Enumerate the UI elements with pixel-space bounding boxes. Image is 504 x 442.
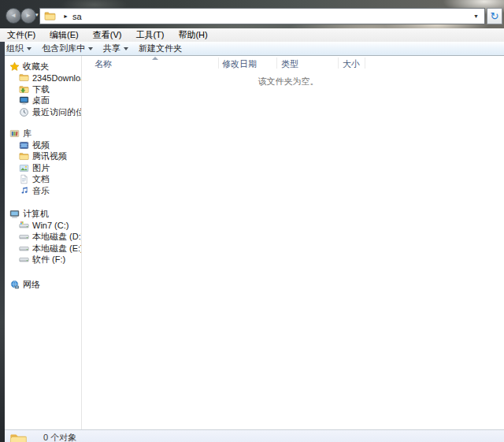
- sidebar-item-pictures[interactable]: 图片: [5, 162, 81, 174]
- sidebar-item-computer[interactable]: 计算机: [5, 209, 81, 221]
- sidebar-item-music[interactable]: 音乐: [5, 185, 81, 197]
- menu-file[interactable]: 文件(F): [0, 28, 43, 42]
- menu-help[interactable]: 帮助(H): [171, 28, 214, 42]
- recent-places-icon: [19, 107, 29, 117]
- chevron-down-icon: [27, 47, 32, 50]
- explorer-window: ◄ ► ▾ ► sa ▼ ↻ 文件(F) 编辑(E) 查看(V) 工具(T) 帮…: [0, 0, 504, 442]
- folder-icon: [44, 10, 56, 22]
- sidebar-item-label: 软件 (F:): [32, 254, 65, 266]
- sidebar-item-label: 图片: [32, 162, 50, 174]
- sidebar-item-libraries[interactable]: 库: [5, 128, 81, 140]
- column-header-type[interactable]: 类型: [281, 58, 298, 70]
- address-dropdown-icon[interactable]: ▼: [473, 13, 480, 19]
- column-divider[interactable]: [338, 58, 339, 69]
- sidebar-item-label: 本地磁盘 (D:): [32, 232, 81, 243]
- include-in-library-button[interactable]: 包含到库中: [42, 43, 93, 54]
- folder-icon: [8, 432, 28, 442]
- back-button[interactable]: ◄: [6, 8, 21, 24]
- details-pane: 0 个对象: [0, 429, 504, 442]
- sidebar-item-videos[interactable]: 视频: [5, 139, 81, 151]
- network-icon: [9, 280, 20, 290]
- column-divider[interactable]: [365, 58, 365, 69]
- sidebar-item-favorites[interactable]: 收藏夹: [5, 61, 81, 72]
- sidebar-item-drive-d[interactable]: 本地磁盘 (D:): [5, 232, 81, 243]
- drive-icon: [19, 254, 29, 265]
- column-header-row: 名称 修改日期 类型 大小: [82, 56, 504, 70]
- sidebar-item-label: 最近访问的位置: [32, 106, 81, 118]
- command-toolbar: 组织 包含到库中 共享 新建文件夹: [0, 42, 504, 56]
- forward-icon: ►: [25, 13, 32, 19]
- new-folder-label: 新建文件夹: [139, 43, 182, 54]
- sidebar-item-network[interactable]: 网络: [5, 279, 81, 291]
- refresh-icon: ↻: [491, 10, 499, 22]
- sidebar-item-label: 收藏夹: [23, 61, 49, 72]
- refresh-button[interactable]: ↻: [487, 8, 502, 24]
- folder-icon: [19, 72, 29, 83]
- sidebar-item-label: 库: [23, 128, 32, 140]
- column-header-name[interactable]: 名称: [94, 58, 112, 70]
- sidebar-item-downloads[interactable]: 下载: [5, 84, 81, 95]
- organize-button[interactable]: 组织: [6, 43, 32, 54]
- organize-label: 组织: [6, 43, 24, 54]
- sidebar-item-label: 2345Downloads: [32, 73, 81, 83]
- computer-icon: [9, 209, 20, 219]
- sidebar-item-label: 文档: [32, 174, 50, 186]
- new-folder-button[interactable]: 新建文件夹: [139, 43, 182, 54]
- drive-icon: [19, 243, 29, 254]
- chevron-down-icon: [88, 47, 93, 50]
- sidebar-item-desktop[interactable]: 桌面: [5, 95, 81, 107]
- menu-view[interactable]: 查看(V): [86, 28, 129, 42]
- address-bar[interactable]: ► sa ▼: [39, 8, 485, 24]
- forward-button[interactable]: ►: [20, 8, 36, 24]
- sidebar-item-label: 音乐: [32, 185, 50, 197]
- sidebar-item-drive-c[interactable]: Win7 (C:): [5, 220, 81, 232]
- sidebar-item-label: 腾讯视频: [32, 151, 67, 163]
- column-divider[interactable]: [276, 58, 277, 69]
- share-button[interactable]: 共享: [103, 43, 128, 54]
- drive-icon: [19, 232, 29, 242]
- menu-edit[interactable]: 编辑(E): [43, 28, 86, 42]
- sidebar-item-drive-e[interactable]: 本地磁盘 (E:): [5, 243, 81, 254]
- sidebar-item-label: 网络: [23, 279, 40, 291]
- empty-folder-message: 该文件夹为空。: [82, 76, 495, 87]
- sidebar-item-2345downloads[interactable]: 2345Downloads: [5, 72, 81, 84]
- system-drive-icon: [19, 221, 29, 231]
- recent-pages-dropdown[interactable]: ▾: [35, 12, 39, 18]
- item-count: 0 个对象: [43, 432, 76, 442]
- sidebar-item-label: 计算机: [23, 209, 49, 221]
- column-divider[interactable]: [218, 58, 219, 69]
- sidebar-item-label: 本地磁盘 (E:): [32, 243, 81, 254]
- folder-icon: [19, 151, 29, 162]
- library-icon: [9, 128, 20, 139]
- sidebar-item-drive-f[interactable]: 软件 (F:): [5, 254, 81, 266]
- sidebar-item-tencent-video[interactable]: 腾讯视频: [5, 151, 81, 163]
- picture-icon: [19, 163, 29, 173]
- back-icon: ◄: [10, 13, 17, 19]
- navigation-pane: 收藏夹 2345Downloads 下载 桌面 最近访问的位置 库: [5, 56, 82, 429]
- share-label: 共享: [103, 43, 120, 54]
- chevron-down-icon: [124, 47, 128, 50]
- breadcrumb-arrow-icon[interactable]: ►: [63, 13, 69, 19]
- star-icon: [9, 61, 20, 72]
- sidebar-item-documents[interactable]: 文档: [5, 174, 81, 186]
- column-header-size[interactable]: 大小: [343, 58, 360, 70]
- breadcrumb[interactable]: sa: [72, 12, 82, 21]
- document-icon: [19, 174, 29, 184]
- window-left-border: [0, 42, 5, 442]
- sidebar-item-label: 视频: [32, 139, 50, 151]
- download-folder-icon: [19, 84, 29, 95]
- sidebar-item-label: 下载: [32, 84, 50, 95]
- menu-bar: 文件(F) 编辑(E) 查看(V) 工具(T) 帮助(H): [0, 28, 504, 42]
- menu-tools[interactable]: 工具(T): [128, 28, 171, 42]
- sort-ascending-icon: [152, 57, 158, 60]
- desktop-icon: [19, 95, 29, 106]
- music-icon: [19, 186, 29, 196]
- sidebar-item-label: Win7 (C:): [32, 221, 69, 230]
- column-header-date-modified[interactable]: 修改日期: [222, 58, 257, 70]
- sidebar-item-label: 桌面: [32, 95, 50, 107]
- main-area: 收藏夹 2345Downloads 下载 桌面 最近访问的位置 库: [5, 56, 504, 429]
- include-in-library-label: 包含到库中: [42, 43, 85, 54]
- sidebar-item-recent-places[interactable]: 最近访问的位置: [5, 106, 81, 118]
- video-icon: [19, 140, 29, 150]
